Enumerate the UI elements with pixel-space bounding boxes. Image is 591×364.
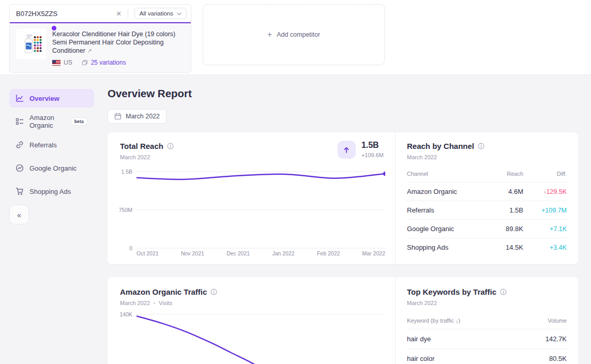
variations-dropdown[interactable]: All variations xyxy=(134,8,187,19)
volume-value: 142.7K xyxy=(520,335,567,343)
keyword: hair color xyxy=(407,355,520,362)
total-reach-section: Total Reach March 2022 1.5B +109.6M 1.5B xyxy=(108,132,396,264)
x-tick: Mar 2022 xyxy=(362,250,385,256)
divider xyxy=(128,9,128,18)
reach-by-channel-section: Reach by Channel March 2022 Channel Reac… xyxy=(396,132,578,264)
col-channel: Channel xyxy=(407,171,480,177)
clear-search-icon[interactable]: ✕ xyxy=(112,7,126,20)
info-icon[interactable] xyxy=(478,143,484,149)
link-icon xyxy=(16,141,24,149)
product-info: Keracolor Clenditioner Hair Dye (19 colo… xyxy=(52,29,191,66)
x-axis-labels: Oct 2021 Nov 2021 Dec 2021 Jan 2022 Feb … xyxy=(137,250,385,256)
table-header: Keyword (by traffic ↓) Volume xyxy=(407,314,567,329)
add-competitor-label: Add competitor xyxy=(277,31,320,38)
channel-name: Referrals xyxy=(407,206,480,214)
metric-label: Visits xyxy=(159,300,172,306)
channel-name: Google Organic xyxy=(407,225,480,233)
series-color-dot xyxy=(52,26,56,31)
amazon-organic-traffic-chart: 140K xyxy=(118,310,385,364)
sidebar-item-amazon-organic[interactable]: Amazon Organic beta xyxy=(9,112,94,131)
asin-search-input[interactable] xyxy=(10,10,112,18)
add-competitor-button[interactable]: + Add competitor xyxy=(203,4,385,65)
y-tick: 140K xyxy=(118,311,132,317)
total-reach-chart: 1.5B 750M 0 Oct 2021 Nov 2021 Dec 2021 J… xyxy=(118,168,385,263)
col-keyword[interactable]: Keyword (by traffic ↓) xyxy=(407,317,520,324)
page-title: Overview Report xyxy=(108,87,192,100)
top-keywords-table: Keyword (by traffic ↓) Volume hair dye 1… xyxy=(407,314,567,364)
x-tick: Feb 2022 xyxy=(317,250,340,256)
list-icon xyxy=(16,117,24,126)
table-row: Amazon Organic 4.6M -129.5K xyxy=(407,182,567,201)
x-tick: Jan 2022 xyxy=(272,250,294,256)
amazon-organic-traffic-section: Amazon Organic Traffic March 2022 Visits… xyxy=(108,277,396,364)
sidebar-item-label: Overview xyxy=(29,95,59,102)
total-reach-stat: 1.5B +109.6M xyxy=(338,141,384,159)
channel-name: Amazon Organic xyxy=(407,188,480,195)
overview-card-row-2: Amazon Organic Traffic March 2022 Visits… xyxy=(108,277,578,364)
y-tick: 0 xyxy=(118,245,132,251)
diff-value: -129.5K xyxy=(523,188,567,195)
table-row: hair dye 142.7K xyxy=(407,329,567,348)
variations-icon xyxy=(82,59,88,66)
sidebar-item-label: Amazon Organic xyxy=(29,114,62,129)
sidebar-item-label: Shopping Ads xyxy=(29,188,71,195)
diff-value: +3.4K xyxy=(523,244,567,251)
diff-value: +7.1K xyxy=(523,225,567,233)
x-tick: Nov 2021 xyxy=(181,250,204,256)
sidebar-item-shopping-ads[interactable]: Shopping Ads xyxy=(9,182,94,201)
dot-separator xyxy=(154,302,155,304)
country-label: US xyxy=(64,59,72,66)
reach-by-channel-table: Channel Reach Diff. Amazon Organic 4.6M … xyxy=(407,168,567,256)
total-reach-subtitle: March 2022 xyxy=(120,154,150,160)
top-bar: ✕ All variations xyxy=(0,0,591,75)
amazon-organic-traffic-title: Amazon Organic Traffic xyxy=(120,287,207,296)
date-filter-button[interactable]: March 2022 xyxy=(108,109,166,124)
x-tick: Dec 2021 xyxy=(226,250,250,256)
sidebar-item-label: Google Organic xyxy=(29,164,77,172)
total-reach-value: 1.5B xyxy=(361,141,384,150)
trend-circle-icon xyxy=(16,164,24,172)
reach-value: 14.5K xyxy=(480,244,523,251)
reach-by-channel-title: Reach by Channel xyxy=(407,142,474,150)
table-header: Channel Reach Diff. xyxy=(407,168,567,182)
amazon-organic-traffic-line-plot[interactable] xyxy=(137,310,385,364)
channel-name: Shopping Ads xyxy=(407,244,480,251)
volume-value: 80.5K xyxy=(520,355,567,362)
info-icon[interactable] xyxy=(500,289,507,295)
total-reach-line-plot[interactable] xyxy=(137,168,385,250)
external-link-icon: ↗ xyxy=(87,48,92,54)
top-keywords-subtitle: March 2022 xyxy=(407,300,437,306)
sidebar: Overview Amazon Organic beta Referrals G… xyxy=(0,75,108,364)
tracked-product-card: Keracolor Clenditioner Hair Dye (19 colo… xyxy=(10,23,191,72)
us-flag-icon xyxy=(52,60,60,66)
col-volume: Volume xyxy=(520,317,567,324)
x-tick: Oct 2021 xyxy=(137,250,159,256)
variations-count-link[interactable]: 25 variations xyxy=(91,59,126,66)
top-keywords-title: Top Keywords by Traffic xyxy=(407,287,496,296)
info-icon[interactable] xyxy=(210,289,217,295)
y-tick: 1.5B xyxy=(118,169,132,175)
col-reach: Reach xyxy=(480,171,523,177)
product-title-link[interactable]: Keracolor Clenditioner Hair Dye (19 colo… xyxy=(52,30,191,55)
total-reach-change: +109.6M xyxy=(361,152,384,158)
info-icon[interactable] xyxy=(167,143,174,149)
sidebar-item-overview[interactable]: Overview xyxy=(9,89,94,108)
arrow-up-icon xyxy=(338,141,356,159)
sidebar-item-label: Referrals xyxy=(29,141,57,149)
amazon-organic-traffic-subtitle: March 2022 xyxy=(120,300,150,306)
cart-icon xyxy=(16,187,24,195)
col-diff: Diff. xyxy=(523,171,567,177)
plus-icon: + xyxy=(267,31,272,39)
sidebar-collapse-button[interactable]: « xyxy=(9,205,29,224)
main-content: Overview Report March 2022 Total Reach M… xyxy=(108,75,591,364)
variations-dropdown-label: All variations xyxy=(140,10,173,17)
asin-search-row: ✕ All variations xyxy=(10,5,191,23)
overview-card-row-1: Total Reach March 2022 1.5B +109.6M 1.5B xyxy=(108,132,578,264)
table-row: Referrals 1.5B +109.7M xyxy=(407,201,567,219)
reach-by-channel-subtitle: March 2022 xyxy=(407,154,437,160)
top-keywords-section: Top Keywords by Traffic March 2022 Keywo… xyxy=(396,277,578,364)
sidebar-item-google-organic[interactable]: Google Organic xyxy=(9,159,94,177)
product-search-card: ✕ All variations xyxy=(9,4,191,73)
sidebar-item-referrals[interactable]: Referrals xyxy=(9,135,94,154)
keyword: hair dye xyxy=(407,335,520,343)
